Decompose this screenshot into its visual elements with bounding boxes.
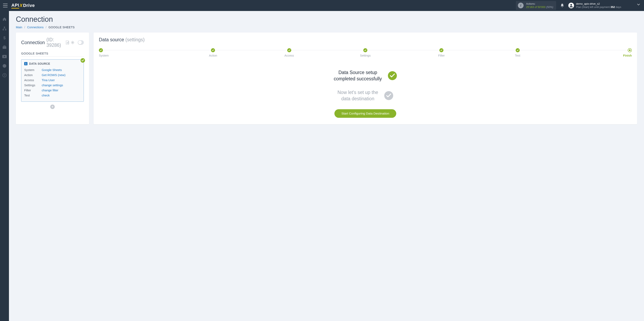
check-badge-icon xyxy=(80,58,85,63)
status-complete: Data Source setup completed successfully xyxy=(99,69,632,82)
svg-point-11 xyxy=(72,42,73,43)
add-button[interactable]: + xyxy=(50,104,55,109)
status-text-line: Data Source setup xyxy=(334,69,382,76)
svg-text:$: $ xyxy=(3,36,6,40)
step-current-icon xyxy=(628,48,632,52)
page-content: Connection Main / Connections / GOOGLE S… xyxy=(9,11,644,321)
step-label: Test xyxy=(480,54,556,57)
sidebar-rail: $ ? xyxy=(0,11,9,321)
data-source-number: 1 xyxy=(24,62,28,65)
status-text-line: data destination xyxy=(338,96,378,102)
user-plan-prefix: Plan |Start| left until payment xyxy=(576,6,610,8)
actions-label: Actions: xyxy=(526,2,553,6)
breadcrumb: Main / Connections / GOOGLE SHEETS xyxy=(16,26,637,29)
logo-text-left: API xyxy=(12,3,19,8)
svg-rect-6 xyxy=(4,46,5,46)
breadcrumb-sep: / xyxy=(46,26,46,29)
step-check-icon xyxy=(287,48,291,52)
rail-video-icon[interactable] xyxy=(2,54,7,59)
logo-x-icon: X xyxy=(20,3,22,8)
chevron-down-icon[interactable] xyxy=(637,4,640,6)
app-header: APIXDrive i Actions: 25'163 of 50'000 (5… xyxy=(0,0,644,11)
info-icon: i xyxy=(518,3,524,8)
logo-text-right: Drive xyxy=(23,3,35,8)
ds-access-link[interactable]: Tina User xyxy=(42,78,55,82)
ds-row-key: Action xyxy=(24,73,42,77)
user-days-word: days xyxy=(616,6,621,8)
data-source-box[interactable]: 1 DATA SOURCE SystemGoogle Sheets Action… xyxy=(21,60,84,102)
right-card-subtitle: (settings) xyxy=(125,37,145,42)
connection-summary-card: Connection (ID: 39286) GOOGLE SHEETS 1 D… xyxy=(16,32,89,124)
status-text-line: Now let's set up the xyxy=(338,89,378,96)
right-card-title: Data source xyxy=(99,37,124,42)
actions-total: 50'000 xyxy=(538,6,546,8)
breadcrumb-sep: / xyxy=(24,26,25,29)
step-label: Access xyxy=(251,54,327,57)
svg-text:?: ? xyxy=(4,74,5,77)
breadcrumb-current: GOOGLE SHEETS xyxy=(48,26,75,29)
svg-point-8 xyxy=(3,64,6,68)
svg-rect-2 xyxy=(3,29,4,30)
ds-row-key: Settings xyxy=(24,83,42,87)
pending-check-icon xyxy=(384,91,393,100)
ds-settings-link[interactable]: change settings xyxy=(42,84,63,87)
user-days-num: 352 xyxy=(610,6,615,8)
step-check-icon xyxy=(516,48,520,52)
svg-rect-1 xyxy=(4,27,5,28)
notifications-icon[interactable] xyxy=(560,3,564,8)
svg-rect-3 xyxy=(5,29,6,30)
ds-row-key: System xyxy=(24,68,42,72)
file-icon[interactable] xyxy=(66,41,69,44)
ds-system-link[interactable]: Google Sheets xyxy=(42,68,62,72)
rail-briefcase-icon[interactable] xyxy=(2,45,7,50)
user-text: demo_apix-drive_s2 Plan |Start| left unt… xyxy=(576,2,621,9)
status-text-line: completed successfully xyxy=(334,76,382,82)
success-check-icon xyxy=(388,71,397,80)
ds-filter-link[interactable]: change filter xyxy=(42,88,58,92)
rail-connections-icon[interactable] xyxy=(2,26,7,31)
ds-row-key: Test xyxy=(24,93,42,98)
rail-account-icon[interactable] xyxy=(2,64,7,68)
breadcrumb-connections[interactable]: Connections xyxy=(27,26,44,29)
actions-of: of xyxy=(534,6,537,8)
ds-action-link[interactable]: Get ROWS (new) xyxy=(42,73,66,77)
start-destination-button[interactable]: Start Configuring Data Destination xyxy=(334,109,396,118)
rail-help-icon[interactable]: ? xyxy=(2,73,7,78)
ds-row-key: Filter xyxy=(24,88,42,92)
gear-icon[interactable] xyxy=(71,41,74,44)
step-label: Settings xyxy=(327,54,403,57)
connection-id: (ID: 39286) xyxy=(46,37,64,48)
user-avatar-icon xyxy=(568,3,574,8)
user-menu[interactable]: demo_apix-drive_s2 Plan |Start| left unt… xyxy=(568,2,621,9)
actions-used: 25'163 xyxy=(526,6,534,8)
step-label: Filter xyxy=(403,54,480,57)
step-check-icon xyxy=(99,48,103,52)
step-label: System xyxy=(99,54,175,57)
menu-icon[interactable] xyxy=(2,3,8,8)
rail-billing-icon[interactable]: $ xyxy=(2,36,7,40)
data-source-settings-card: Data source (settings) System Action Acc… xyxy=(94,32,637,124)
connection-subtitle: GOOGLE SHEETS xyxy=(21,52,84,55)
actions-counter[interactable]: i Actions: 25'163 of 50'000 (50%) xyxy=(516,1,556,10)
user-name: demo_apix-drive_s2 xyxy=(576,2,621,6)
actions-text: Actions: 25'163 of 50'000 (50%) xyxy=(526,2,553,9)
app-logo[interactable]: APIXDrive xyxy=(12,3,35,8)
step-check-icon xyxy=(211,48,215,52)
breadcrumb-main[interactable]: Main xyxy=(16,26,22,29)
step-check-icon xyxy=(363,48,367,52)
step-check-icon xyxy=(439,48,444,52)
connection-toggle[interactable] xyxy=(78,40,84,45)
svg-rect-5 xyxy=(3,46,6,49)
wizard-steps: System Action Access Settings Filter Tes… xyxy=(99,48,632,57)
step-label: Action xyxy=(175,54,251,57)
actions-pct: (50%) xyxy=(546,6,553,8)
divider xyxy=(21,56,84,56)
page-title: Connection xyxy=(16,15,637,24)
step-label: Finish xyxy=(556,54,632,57)
data-source-title: DATA SOURCE xyxy=(29,62,50,65)
connection-heading: Connection xyxy=(21,40,45,45)
ds-test-link[interactable]: check xyxy=(42,94,50,97)
svg-point-0 xyxy=(570,4,572,6)
ds-row-key: Access xyxy=(24,78,42,82)
rail-home-icon[interactable] xyxy=(2,17,7,22)
